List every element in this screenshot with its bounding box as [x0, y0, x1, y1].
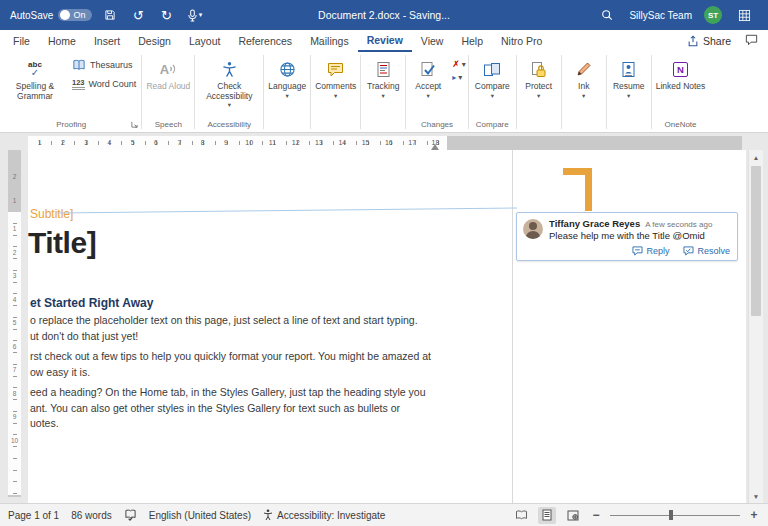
reply-icon: [632, 246, 643, 256]
comment-author: Tiffany Grace Reyes: [549, 218, 640, 229]
accessibility-icon: [222, 57, 237, 81]
vertical-ruler[interactable]: 2 1 12345678910: [8, 150, 21, 497]
dropdown-arrow-icon: ▾: [228, 101, 231, 108]
protect-button[interactable]: Protect ▾: [518, 54, 560, 99]
read-aloud-icon: A: [160, 57, 177, 81]
thesaurus-button[interactable]: Thesaurus: [68, 57, 140, 73]
account-name[interactable]: SillySac Team: [629, 10, 692, 21]
divider: [651, 55, 652, 129]
dictate-button[interactable]: ▾: [184, 4, 204, 26]
tab-references[interactable]: References: [229, 30, 301, 52]
vertical-scrollbar[interactable]: ▲ ▼: [748, 150, 763, 503]
share-button[interactable]: Share: [687, 35, 731, 47]
undo-button[interactable]: ↺: [128, 4, 148, 26]
tab-home[interactable]: Home: [39, 30, 85, 52]
zoom-out-button[interactable]: −: [590, 508, 602, 522]
ink-button[interactable]: Ink ▾: [563, 54, 605, 99]
tab-file[interactable]: File: [4, 30, 39, 52]
autosave-state: On: [73, 10, 85, 20]
word-count-button[interactable]: 123 Word Count: [68, 76, 140, 92]
group-language: Language ▾: [265, 52, 309, 132]
page-number-status[interactable]: Page 1 of 1: [8, 510, 59, 521]
tab-nitro-pro[interactable]: Nitro Pro: [492, 30, 551, 52]
linked-notes-button[interactable]: N Linked Notes: [653, 54, 709, 92]
document-paragraph[interactable]: o replace the placeholder text on this p…: [30, 313, 450, 344]
tab-help[interactable]: Help: [452, 30, 492, 52]
comments-panel-button[interactable]: [745, 32, 758, 50]
comment-card[interactable]: Tiffany Grace Reyes A few seconds ago Pl…: [516, 212, 738, 261]
title-placeholder[interactable]: Title]: [28, 226, 96, 260]
tab-view[interactable]: View: [412, 30, 453, 52]
word-window: AutoSave On ↺ ↻ ▾ Document 2.docx - Savi…: [0, 0, 768, 526]
apps-grid-button[interactable]: [734, 4, 754, 26]
account-avatar[interactable]: ST: [704, 6, 722, 24]
scroll-thumb[interactable]: [751, 166, 761, 316]
document-paragraph[interactable]: rst check out a few tips to help you qui…: [30, 349, 450, 380]
language-status[interactable]: English (United States): [149, 510, 251, 521]
dropdown-arrow-icon: ▾: [537, 92, 540, 99]
statusbar: Page 1 of 1 86 words English (United Sta…: [0, 503, 768, 526]
document-canvas: 123456789101112131415161718 2 1 12345678…: [0, 133, 768, 503]
resolve-icon: [683, 246, 694, 256]
scroll-down-button[interactable]: ▼: [749, 489, 763, 503]
check-accessibility-button[interactable]: Check Accessibility ▾: [196, 54, 262, 108]
tab-mailings[interactable]: Mailings: [301, 30, 358, 52]
accept-button[interactable]: Accept ▾: [407, 54, 449, 99]
next-change-button[interactable]: ▸▾: [452, 73, 466, 82]
print-layout-button[interactable]: [538, 507, 556, 524]
compare-button[interactable]: Compare ▾: [471, 54, 513, 99]
spelling-grammar-button[interactable]: abc✓ Spelling & Grammar: [2, 54, 68, 101]
comment-anchor-line: [55, 203, 520, 217]
dropdown-arrow-icon: ▾: [382, 92, 385, 99]
word-count-status[interactable]: 86 words: [71, 510, 112, 521]
tracking-button[interactable]: Tracking ▾: [362, 54, 404, 99]
group-label-proofing: Proofing: [2, 120, 140, 132]
scroll-up-button[interactable]: ▲: [749, 150, 763, 164]
horizontal-ruler[interactable]: 123456789101112131415161718: [28, 136, 742, 150]
search-button[interactable]: [597, 4, 617, 26]
read-aloud-button[interactable]: A Read Aloud: [143, 54, 193, 92]
proofing-dialog-launcher-icon[interactable]: [131, 121, 138, 130]
resolve-button[interactable]: Resolve: [683, 246, 730, 256]
dropdown-arrow-icon: ▾: [458, 73, 462, 82]
comment-margin-area: [512, 150, 746, 503]
ribbon-review: abc✓ Spelling & Grammar Thesaurus 123 Wo…: [0, 52, 768, 133]
divider: [516, 55, 517, 129]
dropdown-arrow-icon: ▾: [582, 92, 585, 99]
group-speech: A Read Aloud Speech: [143, 52, 193, 132]
divider: [606, 55, 607, 129]
web-layout-button[interactable]: [564, 507, 582, 524]
read-mode-button[interactable]: [512, 507, 530, 524]
autosave-toggle[interactable]: AutoSave On: [10, 9, 92, 21]
group-label-compare: Compare: [470, 120, 515, 132]
group-onenote: N Linked Notes OneNote: [653, 52, 709, 132]
tab-review[interactable]: Review: [358, 30, 412, 52]
zoom-slider-thumb[interactable]: [669, 510, 673, 520]
compare-icon: [483, 57, 501, 81]
accessibility-status[interactable]: Accessibility: Investigate: [263, 509, 385, 521]
group-tracking: Tracking ▾: [362, 52, 404, 132]
tab-design[interactable]: Design: [129, 30, 180, 52]
reply-button[interactable]: Reply: [632, 246, 669, 256]
redo-button[interactable]: ↻: [156, 4, 176, 26]
group-ink: Ink ▾: [563, 52, 605, 132]
zoom-in-button[interactable]: +: [748, 508, 760, 522]
globe-icon: [279, 57, 296, 81]
group-label-changes: Changes: [407, 120, 467, 132]
group-compare: Compare ▾ Compare: [470, 52, 515, 132]
reject-button[interactable]: ✗▾: [452, 60, 466, 69]
divider: [194, 55, 195, 129]
save-button[interactable]: [100, 4, 120, 26]
document-paragraph[interactable]: eed a heading? On the Home tab, in the S…: [30, 385, 450, 432]
tab-layout[interactable]: Layout: [180, 30, 230, 52]
language-button[interactable]: Language ▾: [265, 54, 309, 99]
document-heading[interactable]: et Started Right Away: [30, 296, 153, 310]
tab-insert[interactable]: Insert: [85, 30, 129, 52]
document-body[interactable]: o replace the placeholder text on this p…: [30, 313, 450, 437]
zoom-slider[interactable]: [610, 508, 740, 522]
proofing-status-button[interactable]: [124, 509, 137, 521]
comments-button[interactable]: Comments ▾: [312, 54, 359, 99]
dropdown-arrow-icon: ▾: [627, 92, 630, 99]
resume-button[interactable]: Resume ▾: [608, 54, 650, 99]
group-proofing: abc✓ Spelling & Grammar Thesaurus 123 Wo…: [2, 52, 140, 132]
